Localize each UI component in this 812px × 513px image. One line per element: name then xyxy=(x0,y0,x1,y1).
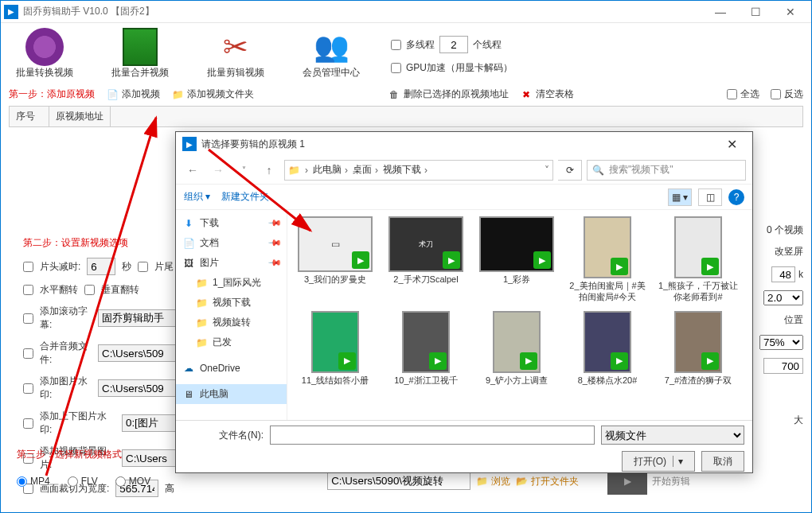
filename-input[interactable] xyxy=(270,426,595,445)
ribbon-member[interactable]: 👥 会员管理中心 xyxy=(295,28,367,80)
img-watermark-checkbox[interactable] xyxy=(23,383,33,394)
ribbon-edit[interactable]: ✂ 批量剪辑视频 xyxy=(200,28,271,80)
search-input[interactable]: 🔍 搜索"视频下载" xyxy=(587,160,746,181)
size-input[interactable] xyxy=(763,358,803,374)
invert-select-button[interactable]: 反选 xyxy=(771,87,803,101)
pin-icon: 📌 xyxy=(267,235,282,251)
close-button[interactable]: ✕ xyxy=(773,2,808,22)
ribbon-merge[interactable]: 批量合并视频 xyxy=(104,28,176,80)
chevron-down-icon[interactable]: ▾ xyxy=(673,456,683,467)
file-item[interactable]: ▭▶3_我们的罗曼史 xyxy=(294,216,377,303)
scissors-icon: ✂ xyxy=(217,28,255,66)
sidebar-item-folder3[interactable]: 📁视频旋转 xyxy=(176,313,287,332)
thread-suffix: 个线程 xyxy=(473,38,502,52)
delete-icon: 🗑 xyxy=(388,88,400,101)
gpu-checkbox[interactable] xyxy=(391,63,401,73)
play-badge-icon: ▶ xyxy=(338,352,356,370)
organize-button[interactable]: 组织 ▾ xyxy=(184,190,210,204)
thread-count-input[interactable] xyxy=(439,36,468,53)
view-mode-button[interactable]: ▦ ▾ xyxy=(668,188,692,206)
search-icon: 🔍 xyxy=(592,165,604,176)
file-item[interactable]: ▶1_彩券 xyxy=(475,216,558,303)
sidebar-item-downloads[interactable]: ⬇下载📌 xyxy=(176,213,287,233)
clear-table-button[interactable]: ✖ 清空表格 xyxy=(520,87,574,101)
file-item[interactable]: ▶8_楼梯点水20# xyxy=(566,311,649,387)
sidebar-item-folder2[interactable]: 📁视频下载 xyxy=(176,293,287,313)
video-thumb: ▶ xyxy=(674,216,722,278)
position-label: 位置 xyxy=(759,313,803,327)
ratio-select[interactable]: 2.0 xyxy=(763,290,803,305)
filetype-select[interactable]: 视频文件 xyxy=(601,426,744,445)
open-button[interactable]: 打开(O)▾ xyxy=(622,451,695,472)
preview-pane-button[interactable]: ◫ xyxy=(698,188,722,206)
sidebar-item-pictures[interactable]: 🖼图片📌 xyxy=(176,253,287,273)
sidebar-item-folder4[interactable]: 📁已发 xyxy=(176,332,287,352)
video-thumb: ▶ xyxy=(584,216,631,278)
head-trim-input[interactable] xyxy=(87,258,115,275)
nav-forward-button[interactable]: → xyxy=(208,160,228,181)
radio-mp4[interactable] xyxy=(17,476,27,487)
vflip-checkbox[interactable] xyxy=(84,285,95,295)
delete-selected-button[interactable]: 🗑 删除已选择的原视频地址 xyxy=(388,87,509,101)
scroll-caption-checkbox[interactable] xyxy=(23,313,33,324)
bitrate-input[interactable] xyxy=(771,266,795,282)
vertical-label: 改竖屏 xyxy=(759,245,803,258)
dialog-close-button[interactable]: ✕ xyxy=(717,137,746,152)
breadcrumb-seg[interactable]: 此电脑› xyxy=(313,163,348,177)
add-folder-button[interactable]: 📁 添加视频文件夹 xyxy=(171,87,254,101)
img-watermark-tb-input[interactable] xyxy=(122,414,178,432)
select-all-button[interactable]: 全选 xyxy=(727,87,759,101)
radio-mov[interactable] xyxy=(115,476,126,487)
tail-trim-checkbox[interactable] xyxy=(138,262,148,272)
gpu-label: GPU加速（用显卡解码） xyxy=(406,61,513,75)
file-item[interactable]: ▶1_熊孩子，千万被让你老师看到# xyxy=(657,216,740,303)
sidebar-item-documents[interactable]: 📄文档📌 xyxy=(176,233,287,253)
big-label: 大 xyxy=(759,414,803,427)
chevron-down-icon[interactable]: ˅ xyxy=(545,165,549,176)
help-button[interactable]: ? xyxy=(728,189,744,205)
breadcrumb[interactable]: 📁 › 此电脑› 桌面› 视频下载› ˅ xyxy=(284,160,553,181)
maximize-button[interactable]: ☐ xyxy=(738,2,773,22)
cancel-button[interactable]: 取消 xyxy=(701,451,744,472)
multithread-checkbox[interactable] xyxy=(391,40,401,50)
document-icon: 📄 xyxy=(182,237,195,250)
breadcrumb-seg[interactable]: 桌面› xyxy=(353,163,378,177)
browse-button[interactable]: 📁浏览 xyxy=(475,475,510,488)
sidebar-item-onedrive[interactable]: ☁OneDrive xyxy=(176,359,287,378)
breadcrumb-seg[interactable]: 视频下载› xyxy=(383,163,427,177)
new-folder-button[interactable]: 新建文件夹 xyxy=(221,190,269,204)
file-item[interactable]: ▶10_#浙江卫视千 xyxy=(385,311,467,387)
pct-select[interactable]: 75% xyxy=(759,335,803,350)
play-badge-icon: ▶ xyxy=(429,352,447,370)
merge-audio-checkbox[interactable] xyxy=(23,348,33,359)
file-item[interactable]: ▶11_线结如答小册 xyxy=(294,311,377,387)
img-watermark-input[interactable] xyxy=(98,379,178,397)
folder-open-icon: 📂 xyxy=(515,475,528,488)
scroll-caption-input[interactable] xyxy=(98,309,178,327)
file-item[interactable]: 术刀▶2_手术刀Scalpel xyxy=(385,216,467,303)
add-video-button[interactable]: 📄 添加视频 xyxy=(106,87,160,101)
nav-up-button[interactable]: ↑ xyxy=(259,160,279,181)
radio-flv[interactable] xyxy=(68,476,78,487)
img-watermark-tb-checkbox[interactable] xyxy=(23,418,33,429)
refresh-button[interactable]: ⟳ xyxy=(558,160,582,181)
hflip-checkbox[interactable] xyxy=(23,285,33,295)
step2-label: 第二步：设置新视频选项 xyxy=(17,233,135,253)
head-trim-checkbox[interactable] xyxy=(23,262,33,272)
nav-back-button[interactable]: ← xyxy=(182,160,203,181)
nav-recent-button[interactable]: ˅ xyxy=(233,160,254,181)
minimize-button[interactable]: — xyxy=(703,2,738,22)
pin-icon: 📌 xyxy=(267,216,282,231)
video-thumb: ▶ xyxy=(584,311,631,373)
merge-audio-input[interactable] xyxy=(98,344,178,362)
sidebar-item-thispc[interactable]: 🖥此电脑 xyxy=(176,384,287,404)
sidebar-item-folder1[interactable]: 📁1_国际风光 xyxy=(176,273,287,293)
output-path-input[interactable] xyxy=(327,472,470,490)
ribbon-convert[interactable]: 批量转换视频 xyxy=(9,28,80,80)
folder-icon: 📁 xyxy=(475,475,488,488)
file-item[interactable]: ▶9_铲小方上调查 xyxy=(475,311,558,387)
dialog-title: 请选择要剪辑的原视频 1 xyxy=(201,138,305,151)
file-item[interactable]: ▶2_美拍闺蜜局｜#美拍闺蜜局#今天 xyxy=(566,216,649,303)
open-folder-button[interactable]: 📂打开文件夹 xyxy=(515,475,579,488)
file-item[interactable]: ▶7_#渣渣的狮子双 xyxy=(657,311,740,387)
